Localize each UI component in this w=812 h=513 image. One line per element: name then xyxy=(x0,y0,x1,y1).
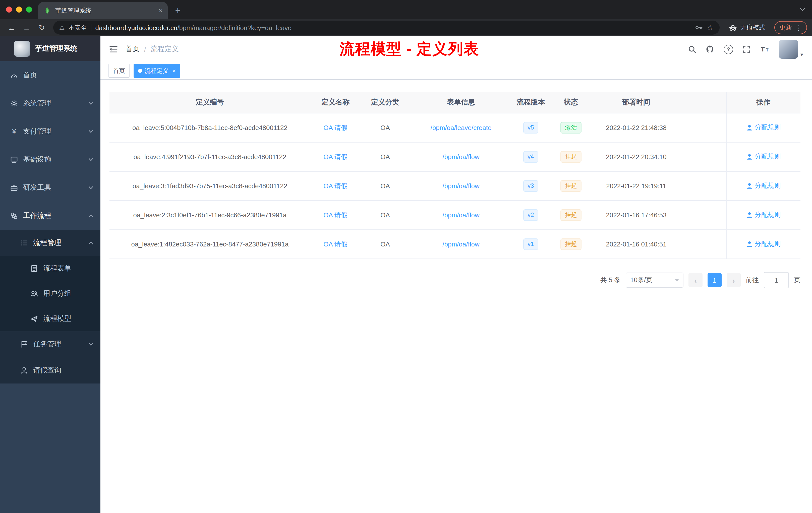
column-header-actions: 操作 xyxy=(726,92,801,113)
back-button[interactable]: ← xyxy=(5,21,18,34)
column-header-name: 定义名称 xyxy=(310,92,360,113)
list-icon xyxy=(20,239,28,247)
form-link[interactable]: /bpm/oa/flow xyxy=(442,153,479,161)
url-text[interactable]: dashboard.yudao.iocoder.cn/bpm/manager/d… xyxy=(95,24,691,31)
security-warning-icon[interactable]: ⚠ xyxy=(59,24,65,31)
version-badge: v2 xyxy=(523,210,538,221)
sidebar-item-leave-query[interactable]: 请假查询 xyxy=(0,357,100,384)
tag-process-definition[interactable]: 流程定义 × xyxy=(134,64,180,78)
sidebar-collapse-icon[interactable] xyxy=(109,45,118,54)
definition-name-link[interactable]: OA 请假 xyxy=(323,124,347,131)
tab-close-icon[interactable]: × xyxy=(159,7,163,14)
tags-view-bar: 首页 流程定义 × xyxy=(100,62,812,80)
assign-rule-button[interactable]: 分配规则 xyxy=(746,211,781,220)
avatar[interactable] xyxy=(779,40,798,59)
select-caret-icon xyxy=(675,279,679,281)
sidebar-item-task-management[interactable]: 任务管理 xyxy=(0,331,100,357)
sidebar-item-user-group[interactable]: 用户分组 xyxy=(0,281,100,306)
pagination: 共 5 条 10条/页 ‹ 1 › 前往 页 xyxy=(110,272,801,308)
version-badge: v3 xyxy=(523,180,538,192)
deploy-time-cell: 2022-01-22 20:34:10 xyxy=(592,142,680,172)
github-icon[interactable] xyxy=(705,45,715,54)
breadcrumb-home[interactable]: 首页 xyxy=(125,45,140,54)
assign-rule-button[interactable]: 分配规则 xyxy=(746,181,781,190)
sidebar-item-process-form[interactable]: 流程表单 xyxy=(0,256,100,281)
new-tab-button[interactable]: + xyxy=(171,3,185,18)
form-link[interactable]: /bpm/oa/leave/create xyxy=(431,124,492,131)
sidebar-item-process-model[interactable]: 流程模型 xyxy=(0,306,100,331)
send-icon xyxy=(30,315,38,323)
browser-tab[interactable]: 芋道管理系统 × xyxy=(38,2,168,19)
chevron-up-icon xyxy=(88,240,93,245)
sidebar-item-infrastructure[interactable]: 基础设施 xyxy=(0,146,100,174)
yen-icon: ¥ xyxy=(10,127,18,135)
page-size-select[interactable]: 10条/页 xyxy=(626,273,684,288)
forward-button[interactable]: → xyxy=(20,21,33,34)
close-window-button[interactable] xyxy=(6,6,12,12)
definition-id-cell: oa_leave:1:482ec033-762a-11ec-8477-a2380… xyxy=(110,230,310,259)
breadcrumb: 首页 / 流程定义 xyxy=(125,45,179,54)
version-badge: v1 xyxy=(523,239,538,250)
user-menu[interactable]: ▼ xyxy=(779,40,804,59)
definition-id-cell: oa_leave:4:991f2193-7b7f-11ec-a3c8-acde4… xyxy=(110,142,310,172)
tab-search-chevron-icon[interactable] xyxy=(799,6,806,15)
task-icon xyxy=(20,340,28,349)
form-link[interactable]: /bpm/oa/flow xyxy=(442,240,479,248)
window-controls xyxy=(6,6,32,12)
page-unit-label: 页 xyxy=(794,276,801,284)
filler-cell xyxy=(680,113,726,142)
definition-id-cell: oa_leave:3:1fad3d93-7b75-11ec-a3c8-acde4… xyxy=(110,172,310,201)
deploy-time-cell: 2022-01-22 21:48:38 xyxy=(592,113,680,142)
sidebar-item-process-management[interactable]: 流程管理 xyxy=(0,230,100,256)
zoom-window-button[interactable] xyxy=(26,6,32,12)
search-icon[interactable] xyxy=(688,45,696,54)
active-dot xyxy=(138,69,142,73)
definition-table: 定义编号 定义名称 定义分类 表单信息 流程版本 状态 部署时间 操作 xyxy=(110,92,801,259)
update-label: 更新 xyxy=(779,23,792,32)
bookmark-star-icon[interactable]: ☆ xyxy=(707,23,714,32)
status-badge: 激活 xyxy=(560,122,581,133)
sidebar-item-home[interactable]: 首页 xyxy=(0,61,100,89)
definition-name-link[interactable]: OA 请假 xyxy=(323,182,347,189)
assign-rule-button[interactable]: 分配规则 xyxy=(746,240,781,249)
form-link[interactable]: /bpm/oa/flow xyxy=(442,182,479,190)
page-1-button[interactable]: 1 xyxy=(707,273,722,287)
svg-text:T: T xyxy=(766,48,768,52)
font-size-icon[interactable]: TT xyxy=(760,45,770,53)
browser-update-button[interactable]: 更新 ⋮ xyxy=(774,21,807,34)
fullscreen-icon[interactable] xyxy=(742,45,751,54)
assign-rule-button[interactable]: 分配规则 xyxy=(746,152,781,161)
form-link[interactable]: /bpm/oa/flow xyxy=(442,211,479,219)
browser-menu-icon[interactable]: ⋮ xyxy=(795,24,802,31)
assign-rule-button[interactable]: 分配规则 xyxy=(746,123,781,132)
filler-cell xyxy=(680,142,726,172)
definition-name-link[interactable]: OA 请假 xyxy=(323,153,347,160)
sidebar-logo[interactable]: 芋道管理系统 xyxy=(0,36,100,61)
goto-label: 前往 xyxy=(746,276,759,284)
browser-tab-strip: 芋道管理系统 × + xyxy=(0,0,812,19)
prev-page-button[interactable]: ‹ xyxy=(689,273,702,287)
sidebar-item-payment-management[interactable]: ¥ 支付管理 xyxy=(0,117,100,146)
main-area: 首页 / 流程定义 流程模型 - 定义列表 xyxy=(100,36,812,513)
omnibox-divider xyxy=(91,24,91,31)
definition-name-link[interactable]: OA 请假 xyxy=(323,240,347,248)
monitor-icon xyxy=(10,156,18,163)
address-bar[interactable]: ⚠ 不安全 dashboard.yudao.iocoder.cn/bpm/man… xyxy=(53,21,720,35)
question-icon[interactable] xyxy=(724,44,733,54)
tag-close-icon[interactable]: × xyxy=(172,67,176,74)
chevron-down-icon xyxy=(88,101,93,106)
definition-name-link[interactable]: OA 请假 xyxy=(323,211,347,219)
sidebar-item-dev-tools[interactable]: 研发工具 xyxy=(0,174,100,202)
sidebar-item-system-management[interactable]: 系统管理 xyxy=(0,89,100,117)
logo-title: 芋道管理系统 xyxy=(35,44,77,53)
reload-button[interactable]: ↻ xyxy=(35,21,48,34)
password-key-icon[interactable] xyxy=(695,24,703,32)
svg-text:T: T xyxy=(761,46,765,53)
category-cell: OA xyxy=(360,201,410,230)
page-content: 定义编号 定义名称 定义分类 表单信息 流程版本 状态 部署时间 操作 xyxy=(100,80,812,513)
goto-page-input[interactable] xyxy=(764,272,789,288)
tag-home[interactable]: 首页 xyxy=(109,64,129,78)
minimize-window-button[interactable] xyxy=(16,6,22,12)
next-page-button[interactable]: › xyxy=(727,273,741,287)
sidebar-item-workflow[interactable]: 工作流程 xyxy=(0,202,100,230)
